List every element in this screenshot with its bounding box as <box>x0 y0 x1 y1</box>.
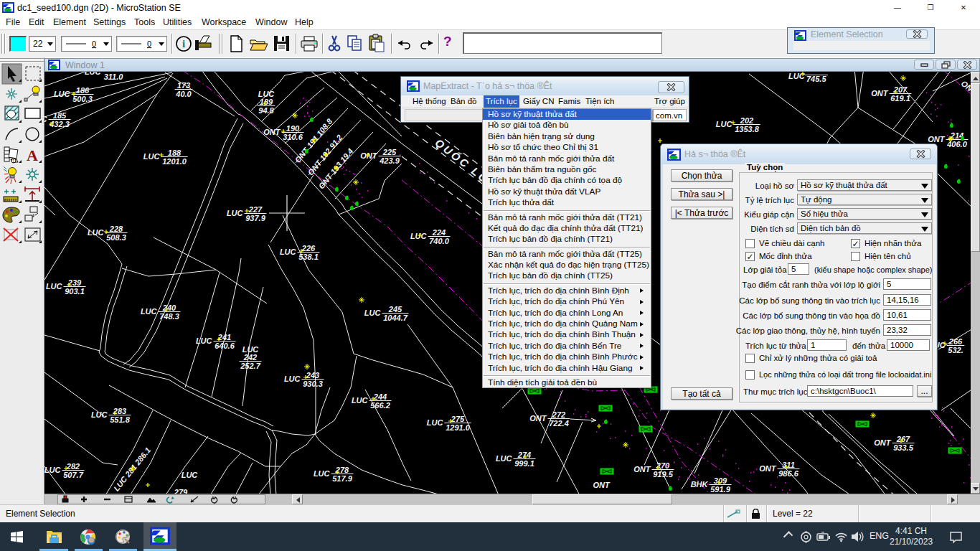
svg-text:406.0: 406.0 <box>946 140 967 149</box>
svg-text:LUC: LUC <box>143 152 161 161</box>
svg-text:245: 245 <box>388 305 402 314</box>
svg-text:279: 279 <box>174 488 188 494</box>
svg-text:986.6: 986.6 <box>778 469 798 478</box>
svg-text:LUC: LUC <box>196 336 213 345</box>
svg-text:740.0: 740.0 <box>429 237 449 245</box>
svg-text:619.1: 619.1 <box>890 94 910 103</box>
svg-text:LUC: LUC <box>284 375 301 383</box>
svg-text:ONT: ONT <box>633 465 651 474</box>
svg-text:0: 0 <box>92 39 96 48</box>
svg-text:188: 188 <box>168 149 182 157</box>
svg-text:640.6: 640.6 <box>215 342 235 350</box>
svg-text:ONT: ONT <box>263 128 281 136</box>
svg-text:LUC: LUC <box>716 120 733 128</box>
svg-text:202: 202 <box>740 116 753 125</box>
svg-text:1353.8: 1353.8 <box>735 125 760 133</box>
svg-text:227: 227 <box>248 205 263 214</box>
svg-text:722.4: 722.4 <box>549 419 569 428</box>
svg-text:ONT: ONT <box>593 481 611 489</box>
svg-text:185: 185 <box>53 111 67 120</box>
svg-text:1044.7: 1044.7 <box>383 314 408 322</box>
svg-text:903.1: 903.1 <box>65 287 85 296</box>
svg-text:266: 266 <box>948 337 963 346</box>
svg-text:189: 189 <box>260 98 273 106</box>
svg-text:LUC: LUC <box>227 209 244 217</box>
svg-text:LUC: LUC <box>427 418 444 427</box>
svg-text:i: i <box>182 38 185 50</box>
svg-text:267: 267 <box>896 435 910 443</box>
svg-text:252.7: 252.7 <box>240 362 260 370</box>
svg-text:311.0: 311.0 <box>104 72 124 81</box>
svg-text:309: 309 <box>714 476 727 485</box>
svg-text:551.8: 551.8 <box>110 415 130 424</box>
svg-text:1291.0: 1291.0 <box>446 423 471 432</box>
svg-text:517.9: 517.9 <box>332 474 352 483</box>
svg-text:937.9: 937.9 <box>245 214 265 222</box>
svg-text:LUC: LUC <box>141 307 158 316</box>
svg-text:40.0: 40.0 <box>175 90 192 98</box>
svg-text:ONT: ONT <box>360 151 378 160</box>
svg-text:243: 243 <box>306 371 319 380</box>
svg-text:225: 225 <box>382 148 397 156</box>
svg-text:274: 274 <box>517 451 531 459</box>
svg-text:LUC: LUC <box>44 466 62 474</box>
svg-text:0: 0 <box>147 39 151 48</box>
svg-text:500.3: 500.3 <box>72 95 93 103</box>
svg-text:LUC: LUC <box>88 228 105 237</box>
svg-text:BHK: BHK <box>691 480 709 489</box>
svg-text:LUC: LUC <box>54 90 71 98</box>
svg-text:748.3: 748.3 <box>159 312 179 321</box>
svg-text:275: 275 <box>451 415 465 423</box>
svg-text:ONT: ONT <box>874 438 892 447</box>
svg-text:LUC: LUC <box>85 72 102 76</box>
svg-text:310.6: 310.6 <box>283 133 303 141</box>
svg-text:282: 282 <box>66 462 80 471</box>
svg-text:745.5: 745.5 <box>806 75 826 83</box>
svg-text:930.3: 930.3 <box>303 380 323 388</box>
svg-text:591.9: 591.9 <box>710 485 730 494</box>
svg-text:186: 186 <box>76 86 90 95</box>
svg-text:933.5: 933.5 <box>893 443 913 452</box>
svg-text:LUC: LUC <box>91 410 108 419</box>
svg-text:532.: 532. <box>948 346 963 354</box>
svg-text:228: 228 <box>109 225 123 233</box>
svg-text:LUC: LUC <box>314 469 331 478</box>
svg-text:ONT: ONT <box>759 464 777 473</box>
svg-text:538.1: 538.1 <box>298 253 319 261</box>
svg-text:244: 244 <box>373 392 387 401</box>
svg-text:ONT: ONT <box>871 89 889 98</box>
svg-text:508.3: 508.3 <box>106 233 126 242</box>
svg-text:1: 1 <box>12 159 15 164</box>
svg-text:919.5: 919.5 <box>653 470 673 479</box>
svg-text:239: 239 <box>67 278 82 287</box>
svg-text:A: A <box>27 146 38 164</box>
svg-text:LUC: LUC <box>46 282 63 291</box>
svg-text:272: 272 <box>552 410 565 419</box>
svg-text:507.7: 507.7 <box>63 471 83 479</box>
svg-text:LUC: LUC <box>352 396 369 405</box>
svg-text:311: 311 <box>782 461 795 469</box>
svg-text:ONT: ONT <box>529 414 547 423</box>
svg-text:LUC: LUC <box>410 232 428 240</box>
svg-text:566.2: 566.2 <box>370 401 390 410</box>
svg-text:94.8: 94.8 <box>258 106 274 115</box>
svg-text:LUC: LUC <box>364 309 382 317</box>
svg-text:190: 190 <box>286 124 300 133</box>
svg-text:1201.0: 1201.0 <box>162 157 187 166</box>
svg-text:LUC: LUC <box>280 248 297 256</box>
svg-text:423.9: 423.9 <box>379 156 400 165</box>
svg-text:999.1: 999.1 <box>514 459 534 468</box>
svg-text:224: 224 <box>432 228 446 237</box>
svg-text:240: 240 <box>162 303 176 312</box>
svg-text:242: 242 <box>243 353 257 362</box>
svg-text:ONT: ONT <box>928 135 946 143</box>
svg-text:173: 173 <box>177 81 190 90</box>
svg-text:LUC: LUC <box>496 454 513 463</box>
svg-text:241: 241 <box>217 333 231 342</box>
svg-text:LUC: LUC <box>182 471 199 479</box>
